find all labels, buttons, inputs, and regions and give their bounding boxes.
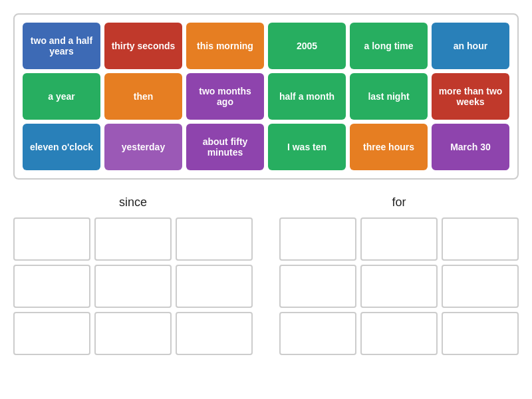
for-label: for	[279, 196, 519, 209]
since-label: since	[13, 196, 253, 209]
for-cell[interactable]	[360, 217, 438, 261]
since-column: since	[13, 196, 253, 355]
for-cell[interactable]	[442, 217, 519, 261]
word-tile[interactable]: thirty seconds	[104, 23, 182, 69]
since-cell[interactable]	[94, 265, 172, 308]
for-cell[interactable]	[279, 312, 356, 355]
for-cell[interactable]	[442, 312, 519, 355]
since-cell[interactable]	[176, 265, 253, 308]
for-cell[interactable]	[442, 265, 519, 308]
word-tile[interactable]: more than two weeks	[432, 73, 509, 120]
word-tile[interactable]: two months ago	[186, 73, 264, 120]
since-cell[interactable]	[13, 217, 90, 261]
word-tile[interactable]: March 30	[432, 124, 509, 170]
word-tile[interactable]: three hours	[350, 124, 428, 170]
since-cell[interactable]	[176, 217, 253, 261]
word-tile[interactable]: eleven o'clock	[23, 124, 100, 170]
for-cell[interactable]	[279, 217, 356, 261]
word-bank: two and a half yearsthirty secondsthis m…	[13, 13, 519, 180]
word-tile[interactable]: yesterday	[104, 124, 182, 170]
since-cell[interactable]	[13, 312, 90, 355]
for-cell[interactable]	[360, 312, 438, 355]
since-grid	[13, 217, 253, 355]
for-cell[interactable]	[279, 265, 356, 308]
sort-section: since for	[13, 196, 519, 355]
word-tile[interactable]: last night	[350, 73, 428, 120]
word-tile[interactable]: a year	[23, 73, 100, 120]
for-column: for	[279, 196, 519, 355]
word-tile[interactable]: two and a half years	[23, 23, 100, 69]
word-tile[interactable]: a long time	[350, 23, 428, 69]
word-tile[interactable]: half a month	[268, 73, 346, 120]
for-grid	[279, 217, 519, 355]
word-tile[interactable]: 2005	[268, 23, 346, 69]
since-cell[interactable]	[13, 265, 90, 308]
since-cell[interactable]	[94, 312, 172, 355]
word-tile[interactable]: this morning	[186, 23, 264, 69]
for-cell[interactable]	[360, 265, 438, 308]
word-tile[interactable]: I was ten	[268, 124, 346, 170]
word-tile[interactable]: then	[104, 73, 182, 120]
since-cell[interactable]	[94, 217, 172, 261]
word-tile[interactable]: an hour	[432, 23, 509, 69]
since-cell[interactable]	[176, 312, 253, 355]
word-tile[interactable]: about fifty minutes	[186, 124, 264, 170]
